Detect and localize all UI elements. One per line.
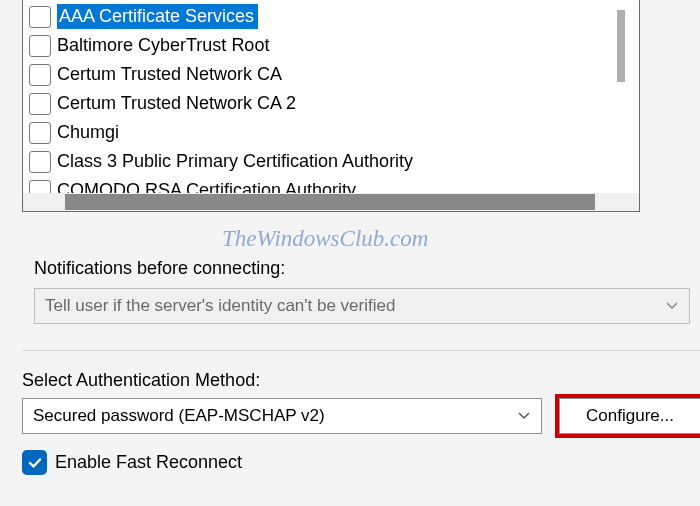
list-item[interactable]: Certum Trusted Network CA 2 [23,89,639,118]
trusted-root-ca-list[interactable]: AAA Certificate Services Baltimore Cyber… [22,0,640,212]
notifications-label: Notifications before connecting: [34,258,285,279]
auth-method-dropdown[interactable]: Secured password (EAP-MSCHAP v2) [22,398,542,434]
cert-label: Baltimore CyberTrust Root [57,35,269,56]
list-item[interactable]: Class 3 Public Primary Certification Aut… [23,147,639,176]
cert-items: AAA Certificate Services Baltimore Cyber… [23,0,639,205]
eap-settings-panel: AAA Certificate Services Baltimore Cyber… [12,0,688,506]
notifications-selected: Tell user if the server's identity can't… [45,296,395,316]
checkmark-icon [27,455,43,471]
checkbox[interactable] [29,35,51,57]
cert-label: AAA Certificate Services [57,4,258,29]
configure-button-label: Configure... [586,406,674,426]
configure-highlight: Configure... [555,394,700,438]
fast-reconnect-checkbox[interactable] [22,450,47,475]
list-item[interactable]: Baltimore CyberTrust Root [23,31,639,60]
scrollbar-thumb[interactable] [65,194,595,210]
checkbox[interactable] [29,6,51,28]
list-item[interactable]: Certum Trusted Network CA [23,60,639,89]
list-item[interactable]: Chumgi [23,118,639,147]
cert-label: Certum Trusted Network CA [57,64,282,85]
divider [22,350,700,351]
auth-method-selected: Secured password (EAP-MSCHAP v2) [33,406,325,426]
checkbox[interactable] [29,93,51,115]
horizontal-scrollbar[interactable] [23,193,639,211]
notifications-dropdown[interactable]: Tell user if the server's identity can't… [34,288,690,324]
cert-label: Class 3 Public Primary Certification Aut… [57,151,413,172]
vertical-scrollbar[interactable] [617,10,625,82]
cert-label: Chumgi [57,122,119,143]
fast-reconnect-label: Enable Fast Reconnect [55,452,242,473]
auth-method-label: Select Authentication Method: [22,370,260,391]
chevron-down-icon [517,409,531,423]
configure-button[interactable]: Configure... [559,398,700,434]
cert-label: Certum Trusted Network CA 2 [57,93,296,114]
chevron-down-icon [665,299,679,313]
list-item[interactable]: AAA Certificate Services [23,2,639,31]
checkbox[interactable] [29,151,51,173]
watermark-text: TheWindowsClub.com [222,226,428,252]
checkbox[interactable] [29,64,51,86]
checkbox[interactable] [29,122,51,144]
fast-reconnect-row[interactable]: Enable Fast Reconnect [22,450,242,475]
